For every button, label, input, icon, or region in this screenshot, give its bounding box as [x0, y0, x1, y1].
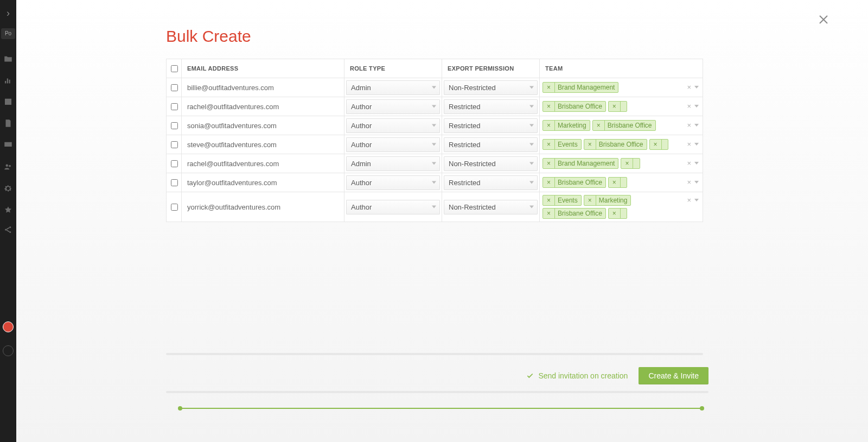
clear-teams-icon[interactable]: × [687, 140, 691, 148]
role-dropdown[interactable]: Admin [346, 80, 440, 95]
clear-teams-icon[interactable]: × [687, 102, 691, 110]
tag-remove-icon[interactable]: × [543, 122, 554, 129]
export-dropdown[interactable]: Restricted [444, 137, 538, 152]
email-cell[interactable]: billie@outfitadventures.com [182, 78, 344, 97]
role-dropdown[interactable]: Author [346, 200, 440, 214]
sidebar-expand-icon[interactable]: › [3, 8, 14, 18]
role-dropdown[interactable]: Admin [346, 156, 440, 171]
row-checkbox[interactable] [171, 141, 178, 148]
page-icon[interactable] [3, 118, 13, 128]
export-dropdown[interactable]: Non-Restricted [444, 80, 538, 95]
tag-remove-icon[interactable]: × [584, 197, 596, 204]
team-tag[interactable]: ×Brisbane Office [542, 177, 606, 188]
team-cell[interactable]: ×Marketing×Brisbane Office× [540, 116, 703, 135]
row-checkbox[interactable] [171, 160, 178, 167]
tag-remove-icon[interactable]: × [543, 103, 554, 110]
team-tag-empty[interactable]: × [649, 139, 668, 150]
tag-remove-icon[interactable]: × [609, 210, 620, 217]
select-all-checkbox[interactable] [171, 65, 178, 72]
row-checkbox[interactable] [171, 179, 178, 186]
team-cell[interactable]: ×Brand Management× × [540, 154, 703, 173]
clear-teams-icon[interactable]: × [687, 83, 691, 91]
team-tag-empty[interactable]: × [608, 101, 627, 112]
clear-teams-icon[interactable]: × [687, 121, 691, 129]
email-cell[interactable]: taylor@outfitadventures.com [182, 173, 344, 192]
export-dropdown[interactable]: Non-Restricted [444, 200, 538, 214]
caret-down-icon[interactable] [694, 162, 699, 165]
team-tag[interactable]: ×Events [542, 195, 582, 206]
team-tag-empty[interactable]: × [608, 177, 627, 188]
row-checkbox[interactable] [171, 122, 178, 129]
team-cell[interactable]: ×Brisbane Office× × [540, 173, 703, 192]
tag-remove-icon[interactable]: × [543, 160, 554, 167]
row-checkbox[interactable] [171, 84, 178, 91]
team-tag[interactable]: ×Marketing [584, 195, 631, 206]
team-tag[interactable]: ×Brisbane Office [592, 120, 656, 131]
calendar-icon[interactable] [3, 97, 13, 106]
team-tag[interactable]: ×Brisbane Office [542, 208, 606, 219]
send-invitation-toggle[interactable]: Send invitation on creation [526, 371, 628, 380]
team-cell[interactable]: ×Events×Brisbane Office× × [540, 135, 703, 154]
team-tag-empty[interactable]: × [621, 158, 640, 169]
close-icon[interactable] [817, 13, 830, 26]
tag-remove-icon[interactable]: × [593, 122, 604, 129]
team-tag[interactable]: ×Brisbane Office [542, 101, 606, 112]
clear-teams-icon[interactable]: × [687, 159, 691, 167]
clear-teams-icon[interactable]: × [687, 178, 691, 186]
role-dropdown[interactable]: Author [346, 137, 440, 152]
email-cell[interactable]: steve@outfitadventures.com [182, 135, 344, 154]
team-tag[interactable]: ×Marketing [542, 120, 590, 131]
export-dropdown[interactable]: Restricted [444, 175, 538, 190]
tag-remove-icon[interactable]: × [609, 103, 620, 110]
row-checkbox[interactable] [171, 103, 178, 110]
team-tag-label [621, 103, 627, 110]
export-dropdown[interactable]: Non-Restricted [444, 156, 538, 171]
tag-remove-icon[interactable]: × [584, 141, 596, 148]
tag-remove-icon[interactable]: × [650, 141, 661, 148]
tag-remove-icon[interactable]: × [543, 179, 554, 186]
role-dropdown[interactable]: Author [346, 175, 440, 190]
tag-remove-icon[interactable]: × [543, 84, 554, 91]
share-icon[interactable] [3, 225, 13, 235]
email-cell[interactable]: sonia@outfitadventures.com [182, 116, 344, 135]
user-avatar[interactable] [3, 321, 14, 332]
email-cell[interactable]: rachel@outfitadventures.com [182, 154, 344, 173]
monitor-icon[interactable] [3, 140, 13, 150]
role-dropdown[interactable]: Author [346, 99, 440, 114]
team-cell[interactable]: ×Events×Marketing×Brisbane Office× × [540, 192, 703, 222]
team-cell[interactable]: ×Brisbane Office× × [540, 97, 703, 116]
caret-down-icon[interactable] [694, 181, 699, 184]
folder-icon[interactable] [3, 54, 13, 64]
tag-remove-icon[interactable]: × [621, 160, 633, 167]
help-icon[interactable] [3, 345, 14, 356]
chart-icon[interactable] [3, 76, 13, 86]
team-tag-empty[interactable]: × [608, 208, 627, 219]
export-dropdown[interactable]: Restricted [444, 118, 538, 133]
email-cell[interactable]: rachel@outfitadventures.com [182, 97, 344, 116]
header-select-all[interactable] [167, 59, 182, 78]
gear-icon[interactable] [3, 184, 13, 193]
caret-down-icon[interactable] [694, 199, 699, 201]
team-tag[interactable]: ×Brand Management [542, 82, 618, 93]
create-invite-button[interactable]: Create & Invite [639, 367, 709, 384]
team-tag[interactable]: ×Events [542, 139, 582, 150]
export-dropdown[interactable]: Restricted [444, 99, 538, 114]
tag-remove-icon[interactable]: × [543, 141, 554, 148]
tag-remove-icon[interactable]: × [543, 210, 554, 217]
caret-down-icon[interactable] [694, 143, 699, 146]
tag-remove-icon[interactable]: × [609, 179, 620, 186]
team-tag[interactable]: ×Brand Management [542, 158, 618, 169]
caret-down-icon[interactable] [694, 124, 699, 127]
caret-down-icon[interactable] [694, 86, 699, 89]
role-dropdown[interactable]: Author [346, 118, 440, 133]
caret-down-icon[interactable] [694, 105, 699, 108]
users-icon[interactable] [3, 162, 13, 172]
email-cell[interactable]: yorrick@outfitadventures.com [182, 192, 344, 222]
team-tag[interactable]: ×Brisbane Office [584, 139, 647, 150]
star-icon[interactable] [3, 205, 13, 215]
clear-teams-icon[interactable]: × [687, 196, 691, 204]
team-cell[interactable]: ×Brand Management× [540, 78, 703, 97]
tag-remove-icon[interactable]: × [543, 197, 554, 204]
row-checkbox[interactable] [171, 204, 178, 211]
caret-down-icon [529, 143, 534, 146]
